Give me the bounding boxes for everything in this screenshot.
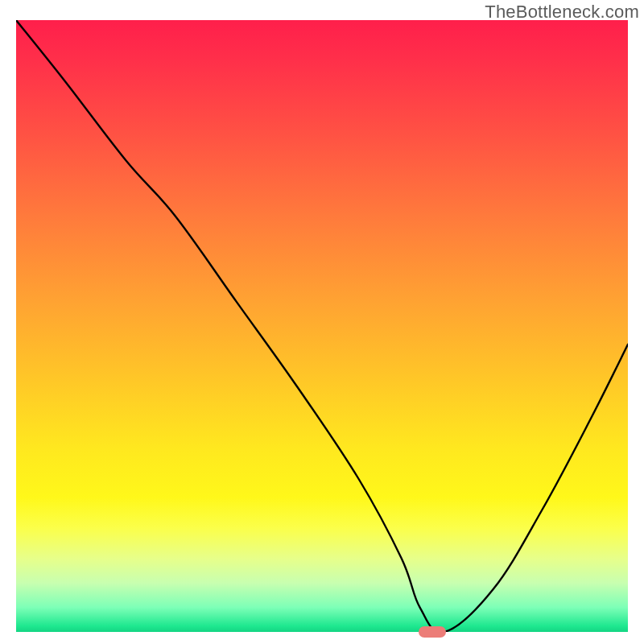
plot-area (16, 20, 628, 632)
curve-layer (16, 20, 628, 632)
optimal-point-marker (419, 626, 446, 638)
chart-container: TheBottleneck.com (0, 0, 644, 644)
bottleneck-curve (16, 20, 628, 632)
watermark-text: TheBottleneck.com (485, 2, 639, 23)
